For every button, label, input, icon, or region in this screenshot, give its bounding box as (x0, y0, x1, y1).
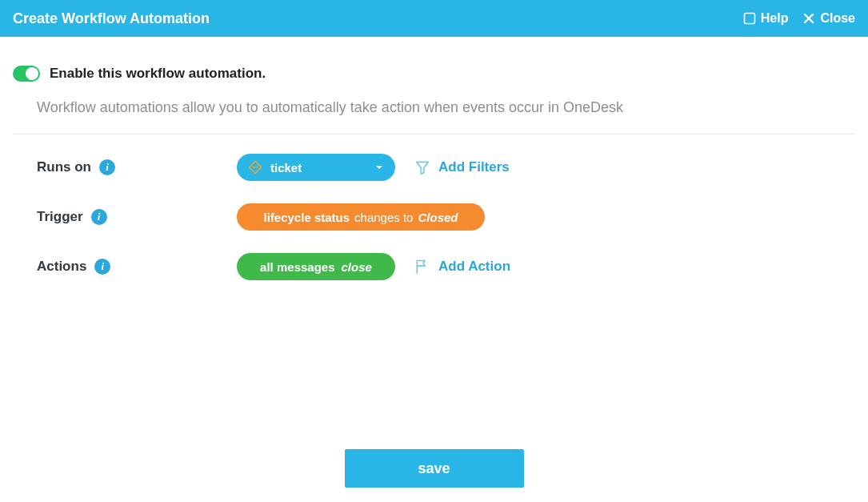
actions-row: Actions i all messages close Add Action (37, 253, 855, 280)
description-text: Workflow automations allow you to automa… (13, 86, 855, 134)
trigger-field: lifecycle status (264, 211, 350, 224)
trigger-value: Closed (418, 211, 458, 224)
close-label: Close (820, 11, 855, 26)
trigger-pill[interactable]: lifecycle status changes to Closed (237, 203, 485, 231)
chevron-down-icon (374, 163, 384, 172)
trigger-verb: changes to (354, 211, 413, 224)
help-button[interactable]: Help (743, 11, 789, 26)
action-op: close (342, 260, 372, 274)
enable-toggle[interactable] (13, 66, 40, 82)
runs-on-label: Runs on (37, 159, 91, 175)
add-action-label: Add Action (438, 259, 510, 275)
add-filters-label: Add Filters (438, 159, 510, 175)
trigger-row: Trigger i lifecycle status changes to Cl… (37, 203, 855, 231)
add-action-button[interactable]: Add Action (414, 259, 510, 275)
action-pill[interactable]: all messages close (237, 253, 395, 280)
info-icon[interactable]: i (94, 259, 110, 275)
runs-on-select[interactable]: ticket (237, 154, 395, 181)
save-button[interactable]: save (345, 449, 524, 488)
action-target: all messages (260, 260, 334, 274)
info-icon[interactable]: i (99, 159, 115, 175)
trigger-label: Trigger (37, 209, 83, 225)
runs-on-value: ticket (270, 161, 302, 175)
svg-rect-0 (744, 14, 754, 24)
titlebar: Create Workflow Automation Help Close (0, 0, 868, 37)
enable-label: Enable this workflow automation. (50, 66, 266, 82)
close-icon (802, 12, 815, 25)
help-label: Help (761, 11, 789, 26)
flag-icon (414, 259, 430, 275)
runs-on-row: Runs on i ticket Add Filters (37, 154, 855, 181)
enable-row: Enable this workflow automation. (13, 59, 855, 86)
page-title: Create Workflow Automation (13, 10, 210, 27)
help-square-icon (743, 12, 756, 25)
ticket-icon (248, 160, 262, 175)
actions-label: Actions (37, 259, 86, 275)
add-filters-button[interactable]: Add Filters (414, 159, 510, 175)
info-icon[interactable]: i (91, 209, 107, 225)
filter-icon (414, 159, 430, 175)
close-button[interactable]: Close (802, 11, 855, 26)
